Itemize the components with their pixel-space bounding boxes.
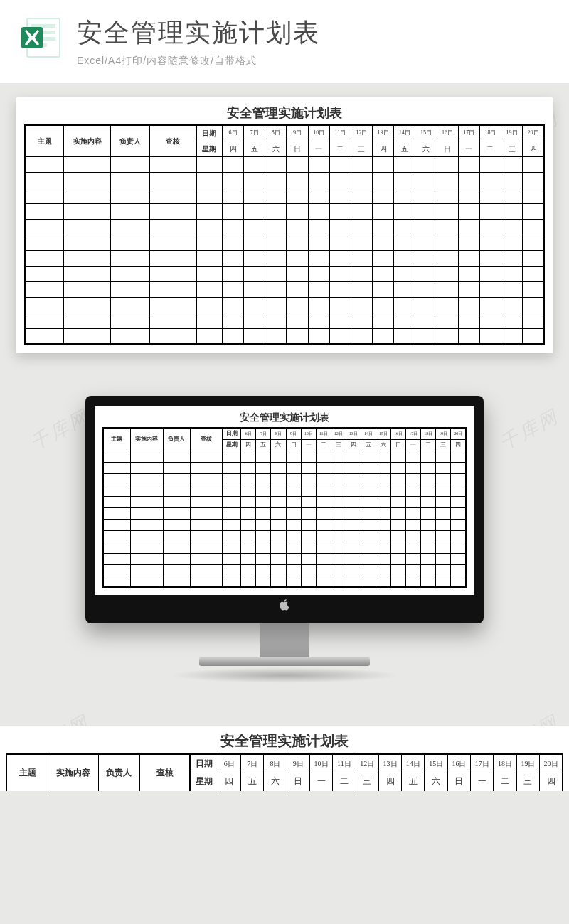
table-cell — [373, 328, 394, 344]
weekday-header: 五 — [256, 439, 271, 451]
table-cell — [130, 553, 163, 564]
date-header: 6日 — [222, 125, 243, 141]
table-cell — [64, 188, 111, 203]
col-header: 主题 — [6, 754, 48, 791]
table-cell — [394, 297, 415, 313]
table-cell — [391, 519, 406, 530]
table-cell — [308, 188, 329, 203]
plan-table: 主题实施内容负责人查核日期6日7日8日9日10日11日12日13日14日15日1… — [102, 427, 467, 588]
weekday-header: 一 — [458, 141, 479, 156]
table-cell — [256, 553, 271, 564]
table-cell — [223, 462, 241, 473]
table-cell — [25, 250, 64, 266]
date-header: 12日 — [356, 754, 378, 773]
table-cell — [308, 235, 329, 250]
table-cell — [501, 266, 522, 281]
table-cell — [479, 219, 501, 235]
table-cell — [361, 507, 376, 519]
table-cell — [196, 203, 223, 219]
weekday-header: 三 — [351, 141, 372, 156]
table-cell — [316, 530, 331, 542]
table-cell — [376, 576, 390, 587]
table-cell — [479, 156, 501, 172]
table-cell — [286, 473, 301, 485]
table-cell — [64, 219, 111, 235]
table-cell — [451, 507, 466, 519]
table-cell — [287, 172, 308, 188]
table-cell — [301, 462, 316, 473]
table-cell — [316, 519, 331, 530]
table-cell — [373, 281, 394, 297]
table-cell — [391, 496, 406, 507]
table-cell — [346, 462, 361, 473]
table-cell — [458, 188, 479, 203]
table-cell — [346, 576, 361, 587]
table-cell — [451, 451, 466, 462]
table-cell — [451, 462, 466, 473]
table-cell — [394, 235, 415, 250]
table-cell — [394, 172, 415, 188]
table-cell — [223, 519, 241, 530]
table-cell — [346, 507, 361, 519]
table-cell — [406, 530, 421, 542]
table-cell — [190, 576, 223, 587]
table-cell — [271, 542, 286, 553]
date-header: 20日 — [523, 125, 544, 141]
table-cell — [331, 462, 346, 473]
table-cell — [308, 219, 329, 235]
table-cell — [196, 172, 223, 188]
table-cell — [458, 172, 479, 188]
table-cell — [346, 553, 361, 564]
table-cell — [373, 203, 394, 219]
table-cell — [394, 266, 415, 281]
table-cell — [351, 156, 372, 172]
date-header: 18日 — [479, 125, 501, 141]
table-cell — [241, 530, 256, 542]
table-cell — [241, 485, 256, 496]
table-cell — [436, 485, 451, 496]
table-cell — [351, 188, 372, 203]
apple-logo-icon — [85, 599, 484, 613]
table-cell — [163, 576, 190, 587]
table-cell — [437, 235, 458, 250]
table-cell — [163, 451, 190, 462]
table-cell — [308, 281, 329, 297]
weekday-header: 四 — [222, 141, 243, 156]
table-cell — [286, 519, 301, 530]
table-cell — [436, 507, 451, 519]
table-cell — [256, 530, 271, 542]
table-cell — [331, 576, 346, 587]
monitor-neck — [260, 622, 309, 657]
table-cell — [329, 235, 351, 250]
table-cell — [271, 564, 286, 576]
table-cell — [222, 172, 243, 188]
table-cell — [130, 576, 163, 587]
table-cell — [394, 188, 415, 203]
table-cell — [64, 156, 111, 172]
table-cell — [361, 519, 376, 530]
table-cell — [286, 496, 301, 507]
weekday-header: 四 — [218, 773, 240, 791]
table-cell — [415, 328, 437, 344]
table-cell — [64, 172, 111, 188]
table-cell — [163, 564, 190, 576]
table-cell — [149, 250, 196, 266]
table-cell — [222, 250, 243, 266]
weekday-header: 二 — [329, 141, 351, 156]
table-cell — [376, 485, 390, 496]
table-cell — [25, 172, 64, 188]
table-cell — [149, 203, 196, 219]
date-header: 10日 — [309, 754, 332, 773]
table-cell — [244, 203, 265, 219]
table-cell — [458, 266, 479, 281]
weekday-header: 三 — [356, 773, 378, 791]
plan-table: 主题实施内容负责人查核日期6日7日8日9日10日11日12日13日14日15日1… — [6, 753, 563, 791]
table-cell — [265, 328, 287, 344]
table-cell — [415, 235, 437, 250]
table-cell — [316, 451, 331, 462]
table-cell — [479, 297, 501, 313]
table-cell — [163, 485, 190, 496]
table-cell — [286, 530, 301, 542]
table-cell — [163, 553, 190, 564]
table-cell — [287, 203, 308, 219]
